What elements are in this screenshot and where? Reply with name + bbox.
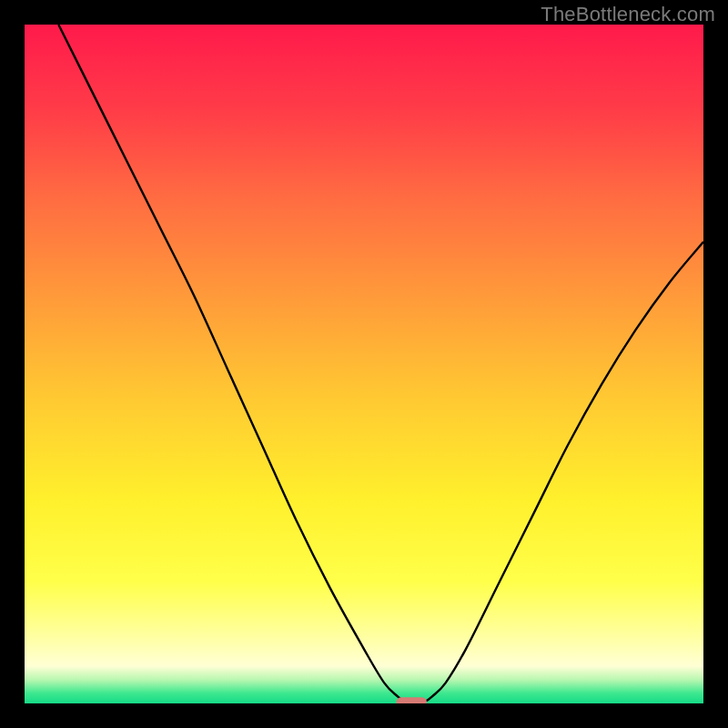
bottleneck-chart <box>25 25 703 703</box>
chart-container: TheBottleneck.com <box>0 0 728 728</box>
optimal-marker <box>396 697 427 703</box>
attribution-text: TheBottleneck.com <box>541 3 715 26</box>
gradient-background <box>25 25 703 703</box>
plot-area <box>25 25 703 703</box>
